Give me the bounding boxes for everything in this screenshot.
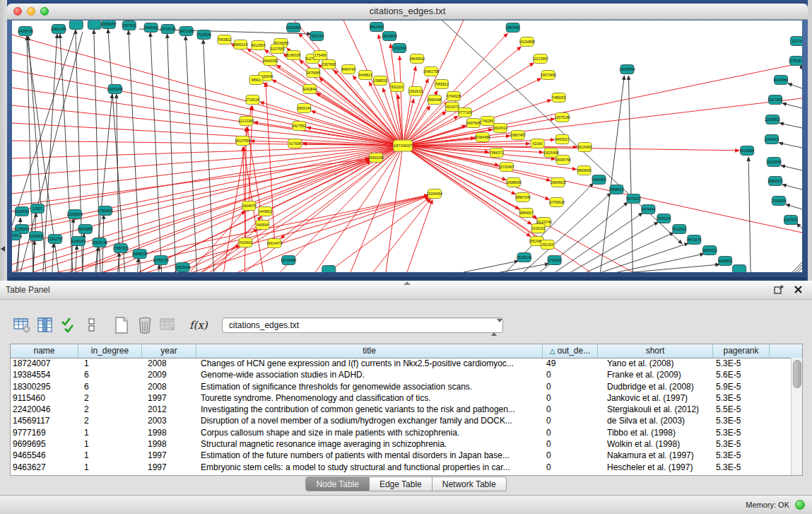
graph-node[interactable]: 12975185 <box>555 113 570 122</box>
graph-node[interactable]: 18107554 <box>235 136 250 146</box>
table-row[interactable]: 969969511998Structural magnetic resonanc… <box>11 438 792 450</box>
graph-node[interactable]: 19384554 <box>427 189 442 199</box>
graph-node[interactable]: 15751874 <box>789 57 802 66</box>
close-window-button[interactable] <box>13 7 22 16</box>
network-canvas[interactable]: 2405572620691406106552571527602846616010… <box>12 21 802 272</box>
graph-node[interactable]: 9015465 <box>578 143 592 152</box>
table-row[interactable]: 946554611997Estimation of the future num… <box>11 450 792 461</box>
float-panel-icon[interactable] <box>774 285 784 295</box>
graph-node[interactable]: 39159 <box>12 231 20 240</box>
graph-node[interactable]: 10688609 <box>506 178 522 187</box>
graph-node[interactable]: 252254 <box>541 240 554 250</box>
graph-node[interactable]: 15720407 <box>499 163 514 172</box>
tab-edge-table[interactable]: Edge Table <box>370 477 433 491</box>
graph-node[interactable]: 10756928 <box>549 198 565 207</box>
graph-node[interactable]: 10719155 <box>160 25 176 34</box>
graph-node[interactable]: 24055726 <box>18 27 33 36</box>
graph-node[interactable]: 18640910 <box>409 54 425 64</box>
table-row[interactable]: 2242004622012Investigating the contribut… <box>11 404 792 415</box>
graph-node[interactable]: 16053809 <box>286 23 301 33</box>
graph-node[interactable]: 98901 <box>249 76 263 85</box>
graph-node[interactable]: 9446821 <box>358 71 372 80</box>
minimize-window-button[interactable] <box>27 7 35 16</box>
graph-node[interactable]: 9990448 <box>428 95 442 105</box>
select-all-icon[interactable] <box>58 314 79 337</box>
column-header-year[interactable]: year <box>142 344 196 358</box>
graph-node[interactable]: 16648784 <box>619 65 635 74</box>
graph-node[interactable]: 9245652 <box>719 257 733 266</box>
graph-node[interactable]: 8454749 <box>341 65 355 74</box>
table-row[interactable]: 977716911998Corpus callosum shape and si… <box>11 427 792 438</box>
graph-node[interactable]: 8960124 <box>234 40 248 49</box>
graph-node[interactable]: 15892971 <box>767 177 783 186</box>
graph-node[interactable]: 2367608 <box>322 60 336 69</box>
graph-node[interactable]: 111730 <box>791 37 802 46</box>
graph-node[interactable]: 9899695 <box>577 166 592 175</box>
graph-node[interactable]: 7663822 <box>218 35 232 45</box>
graph-node[interactable]: 19218506 <box>382 32 397 41</box>
graph-node[interactable]: 8912954 <box>252 41 266 50</box>
graph-node[interactable]: 1604675 <box>242 201 257 211</box>
graph-node[interactable]: 1615152 <box>531 224 546 233</box>
graph-node[interactable]: 17957253 <box>113 244 129 253</box>
splitter-arrow-icon[interactable] <box>404 281 411 285</box>
table-row[interactable]: 911546021997Tourette syndrome. Phenomeno… <box>11 392 792 404</box>
graph-node[interactable]: 18724007 <box>394 140 413 151</box>
window-titlebar[interactable]: citations_edges.txt <box>7 4 808 20</box>
scrollbar-thumb[interactable] <box>793 360 801 388</box>
graph-node[interactable]: 3675685 <box>307 69 321 78</box>
table-row[interactable]: 1830029562008Estimation of significance … <box>11 381 792 392</box>
graph-node[interactable]: 17359928 <box>98 206 113 216</box>
graph-node[interactable]: 2935114 <box>657 214 671 223</box>
graph-node[interactable]: 19435756 <box>555 156 571 165</box>
graph-node[interactable]: 20206536 <box>67 210 83 219</box>
graph-node[interactable]: 1449822 <box>259 207 273 216</box>
graph-node[interactable]: 2620650 <box>15 207 29 216</box>
graph-node[interactable] <box>69 21 83 30</box>
graph-node[interactable]: 13505135 <box>92 238 107 247</box>
graph-node[interactable]: 15716485 <box>281 256 296 265</box>
show-columns-icon[interactable] <box>35 314 56 337</box>
graph-node[interactable]: 7357224 <box>310 32 324 41</box>
graph-node[interactable]: 6794028 <box>447 92 461 101</box>
graph-node[interactable]: 1145190 <box>71 237 85 246</box>
column-header-pagerank[interactable]: pagerank <box>713 344 770 358</box>
graph-node[interactable]: 175466 <box>314 51 327 60</box>
table-mode-icon[interactable] <box>11 314 33 337</box>
graph-node[interactable] <box>88 21 101 30</box>
graph-node[interactable]: 12213383 <box>238 117 254 126</box>
graph-node[interactable]: 1156869 <box>29 232 42 241</box>
graph-node[interactable]: 3624514 <box>493 124 507 133</box>
graph-node[interactable]: 17016504 <box>771 197 787 206</box>
column-header-name[interactable]: name <box>11 344 78 358</box>
graph-node[interactable]: 8215958 <box>740 146 754 156</box>
graph-node[interactable]: 12213967 <box>533 54 548 64</box>
graph-node[interactable]: 917008 <box>288 139 302 148</box>
graph-node[interactable] <box>733 265 746 273</box>
zoom-window-button[interactable] <box>40 7 49 16</box>
table-row[interactable]: 1938455462009Genome-wide association stu… <box>11 369 792 380</box>
graph-node[interactable]: 9463627 <box>555 135 570 144</box>
graph-node[interactable]: 1562615 <box>408 87 423 96</box>
graph-node[interactable]: 8466160 <box>144 23 158 33</box>
graph-node[interactable]: 12937 <box>30 204 44 214</box>
function-builder-icon[interactable]: f(x) <box>185 318 212 332</box>
graph-node[interactable]: 10655257 <box>101 21 117 29</box>
graph-node[interactable]: 10654112 <box>702 246 717 255</box>
graph-node[interactable]: 2718126 <box>246 95 260 105</box>
graph-node[interactable]: 7986372 <box>490 148 504 158</box>
graph-node[interactable]: 9329966 <box>774 76 788 85</box>
graph-node[interactable]: 7515526 <box>197 30 211 40</box>
graph-node[interactable]: 9884067 <box>519 209 534 218</box>
table-source-dropdown[interactable]: citations_edges.txt <box>222 317 503 333</box>
graph-node[interactable]: 9777169 <box>458 108 472 117</box>
table-scrollbar[interactable] <box>791 358 802 475</box>
graph-node[interactable]: 18807249 <box>515 193 531 202</box>
graph-node[interactable]: 6679197 <box>627 194 641 204</box>
graph-node[interactable]: 14671355 <box>178 27 194 36</box>
graph-node[interactable]: 12923448 <box>175 263 190 272</box>
graph-node[interactable]: 16543382 <box>262 57 278 66</box>
graph-node[interactable]: 90975887 <box>78 225 93 234</box>
graph-node[interactable]: 16958107 <box>132 250 148 259</box>
graph-node[interactable]: 9227342 <box>768 95 782 105</box>
